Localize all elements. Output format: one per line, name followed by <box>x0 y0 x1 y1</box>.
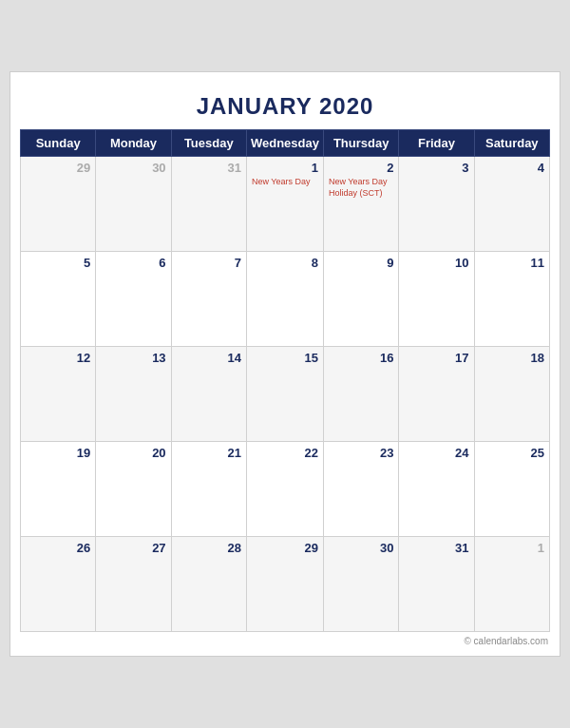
calendar-cell: 16 <box>323 347 398 442</box>
calendar-table: SundayMondayTuesdayWednesdayThursdayFrid… <box>20 129 550 632</box>
calendar-cell: 13 <box>96 347 171 442</box>
calendar-cell: 8 <box>246 252 323 347</box>
day-number: 15 <box>252 351 318 365</box>
day-number: 28 <box>177 541 241 555</box>
calendar-cell: 7 <box>171 252 246 347</box>
calendar-cell: 22 <box>246 442 323 537</box>
calendar-cell: 6 <box>96 252 171 347</box>
day-number: 29 <box>252 541 318 555</box>
calendar-cell: 31 <box>171 157 246 252</box>
calendar-cell: 28 <box>171 537 246 632</box>
weekday-header-tuesday: Tuesday <box>171 130 246 157</box>
calendar-cell: 29 <box>21 157 96 252</box>
day-number: 2 <box>329 161 393 175</box>
weekday-header-thursday: Thursday <box>323 130 398 157</box>
day-number: 19 <box>26 446 90 460</box>
day-number: 30 <box>329 541 393 555</box>
calendar-cell: 1 <box>474 537 549 632</box>
day-number: 29 <box>26 161 90 175</box>
calendar-cell: 21 <box>171 442 246 537</box>
day-number: 12 <box>26 351 90 365</box>
calendar-cell: 23 <box>323 442 398 537</box>
calendar-cell: 1New Years Day <box>246 157 323 252</box>
calendar-cell: 15 <box>246 347 323 442</box>
calendar-cell: 18 <box>474 347 549 442</box>
weekday-header-row: SundayMondayTuesdayWednesdayThursdayFrid… <box>21 130 550 157</box>
calendar-cell: 3 <box>399 157 474 252</box>
holiday-label: New Years Day Holiday (SCT) <box>329 177 393 199</box>
weekday-header-sunday: Sunday <box>21 130 96 157</box>
calendar-cell: 24 <box>399 442 474 537</box>
calendar-cell: 2New Years Day Holiday (SCT) <box>323 157 398 252</box>
calendar-cell: 4 <box>474 157 549 252</box>
day-number: 26 <box>26 541 90 555</box>
calendar-cell: 25 <box>474 442 549 537</box>
calendar-cell: 30 <box>96 157 171 252</box>
calendar-cell: 31 <box>399 537 474 632</box>
week-row-2: 567891011 <box>21 252 550 347</box>
week-row-4: 19202122232425 <box>21 442 550 537</box>
day-number: 27 <box>101 541 165 555</box>
calendar-cell: 14 <box>171 347 246 442</box>
day-number: 31 <box>404 541 468 555</box>
day-number: 7 <box>177 256 241 270</box>
day-number: 3 <box>404 161 468 175</box>
day-number: 16 <box>329 351 393 365</box>
day-number: 24 <box>404 446 468 460</box>
day-number: 4 <box>480 161 544 175</box>
week-row-3: 12131415161718 <box>21 347 550 442</box>
weekday-header-monday: Monday <box>96 130 171 157</box>
week-row-5: 2627282930311 <box>21 537 550 632</box>
calendar-cell: 30 <box>323 537 398 632</box>
day-number: 31 <box>177 161 241 175</box>
day-number: 1 <box>252 161 318 175</box>
day-number: 20 <box>101 446 165 460</box>
day-number: 14 <box>177 351 241 365</box>
calendar-cell: 17 <box>399 347 474 442</box>
day-number: 30 <box>101 161 165 175</box>
day-number: 10 <box>404 256 468 270</box>
day-number: 11 <box>480 256 544 270</box>
calendar-container: JANUARY 2020 SundayMondayTuesdayWednesda… <box>10 71 560 657</box>
calendar-cell: 26 <box>21 537 96 632</box>
day-number: 22 <box>252 446 318 460</box>
calendar-cell: 9 <box>323 252 398 347</box>
holiday-label: New Years Day <box>252 177 318 188</box>
weekday-header-friday: Friday <box>399 130 474 157</box>
day-number: 17 <box>404 351 468 365</box>
day-number: 9 <box>329 256 393 270</box>
calendar-cell: 20 <box>96 442 171 537</box>
day-number: 18 <box>480 351 544 365</box>
calendar-cell: 5 <box>21 252 96 347</box>
calendar-cell: 19 <box>21 442 96 537</box>
day-number: 5 <box>26 256 90 270</box>
day-number: 13 <box>101 351 165 365</box>
calendar-cell: 29 <box>246 537 323 632</box>
day-number: 25 <box>480 446 544 460</box>
weekday-header-saturday: Saturday <box>474 130 549 157</box>
day-number: 6 <box>101 256 165 270</box>
calendar-footer: © calendarlabs.com <box>20 632 550 646</box>
week-row-1: 2930311New Years Day2New Years Day Holid… <box>21 157 550 252</box>
calendar-cell: 11 <box>474 252 549 347</box>
calendar-cell: 12 <box>21 347 96 442</box>
day-number: 1 <box>480 541 544 555</box>
calendar-cell: 27 <box>96 537 171 632</box>
day-number: 21 <box>177 446 241 460</box>
day-number: 23 <box>329 446 393 460</box>
weekday-header-wednesday: Wednesday <box>246 130 323 157</box>
calendar-title: JANUARY 2020 <box>20 82 550 129</box>
day-number: 8 <box>252 256 318 270</box>
calendar-cell: 10 <box>399 252 474 347</box>
